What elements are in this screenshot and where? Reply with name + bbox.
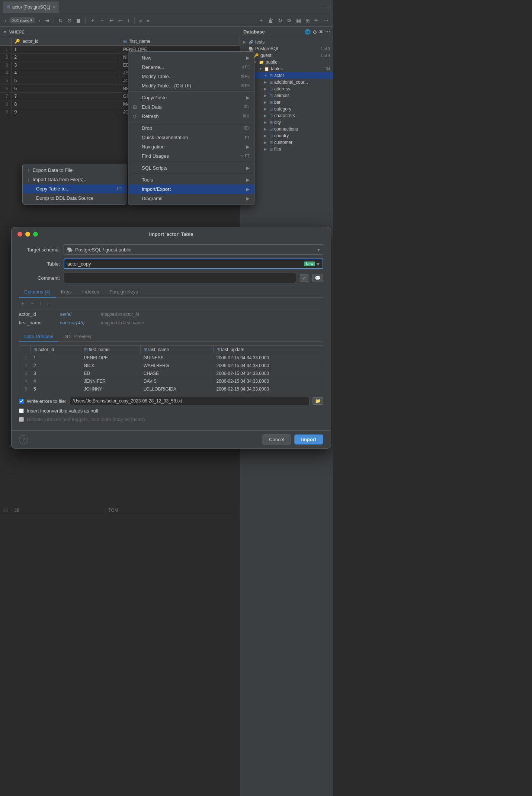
- close-btn-traffic[interactable]: [17, 232, 22, 237]
- db-tree-item[interactable]: 🐘 PostgreSQL 1 of 3: [240, 45, 333, 52]
- sub-menu-item[interactable]: Dump to DDL Data Source: [23, 193, 126, 203]
- insert-null-checkbox[interactable]: [19, 408, 24, 413]
- row-num: 38: [0, 507, 11, 514]
- menu-arrow: ▶: [246, 144, 250, 150]
- cancel-btn[interactable]: Cancel: [262, 434, 291, 444]
- stop-btn[interactable]: ◼: [75, 17, 82, 24]
- import-btn[interactable]: Import: [294, 434, 323, 444]
- nav-forward-btn[interactable]: ›: [37, 17, 42, 24]
- close-panel-btn[interactable]: ✕: [319, 29, 323, 35]
- refresh-btn[interactable]: ↻: [57, 17, 64, 24]
- view-db-btn[interactable]: ⊞: [304, 16, 311, 25]
- undo-btn[interactable]: ↩: [108, 17, 115, 24]
- sub-menu-item[interactable]: Copy Table to... F5: [23, 184, 126, 193]
- tab-actor[interactable]: ⊞ actor [PostgreSQL] ✕: [3, 1, 59, 13]
- tab-close[interactable]: ✕: [52, 5, 55, 9]
- preview-tab[interactable]: Data Preview: [19, 331, 58, 342]
- dialog-tab[interactable]: Foreign Keys: [104, 287, 143, 298]
- filter-db-btn[interactable]: ▦: [295, 16, 302, 25]
- pg-icon: 🐘: [67, 247, 73, 253]
- add-col-btn[interactable]: ＋: [19, 300, 26, 307]
- context-menu-item[interactable]: Copy/Paste ▶: [128, 93, 254, 102]
- row-count[interactable]: 201 rows ▾: [9, 17, 36, 23]
- context-menu-item[interactable]: Rename... ⇧F6: [128, 62, 254, 72]
- context-menu-item[interactable]: Quick Documentation F1: [128, 133, 254, 142]
- add-row-btn[interactable]: ＋: [89, 16, 97, 25]
- cell-actor-id: 4: [11, 69, 120, 77]
- context-menu-item[interactable]: Drop ⌦: [128, 123, 254, 133]
- expand-comment-btn[interactable]: ⤢: [300, 274, 308, 282]
- context-menu-item[interactable]: New ▶: [128, 53, 254, 62]
- dialog-tab[interactable]: Indexes: [77, 287, 105, 298]
- comment-icon-btn[interactable]: 💬: [312, 274, 323, 282]
- revert-btn[interactable]: ⤺: [117, 17, 124, 24]
- disable-indexes-checkbox[interactable]: [19, 417, 24, 422]
- help-btn[interactable]: ?: [19, 435, 28, 444]
- nav-end-btn[interactable]: ⇥: [43, 17, 51, 24]
- dialog-tab[interactable]: Columns (4): [19, 287, 56, 298]
- preview-th[interactable]: ⊞first_name: [81, 346, 140, 354]
- preview-cell-last-update: 2006-02-15 04:34:33.0000: [213, 378, 323, 385]
- context-menu-item[interactable]: ⊞ Edit Data ⌘↓: [128, 102, 254, 112]
- jump-right-btn[interactable]: »: [145, 17, 151, 24]
- tree-item-label: customer: [274, 140, 292, 145]
- col-row-type: varchar(45): [60, 320, 97, 325]
- sub-menu-item[interactable]: ↑ Export Data to File: [23, 166, 126, 175]
- comment-label: Comment:: [19, 275, 60, 281]
- maximize-btn-traffic[interactable]: [33, 232, 38, 237]
- context-menu-item[interactable]: Modify Table... (Old UI) ⌘F6: [128, 81, 254, 90]
- write-errors-path[interactable]: [69, 397, 310, 405]
- preview-tab[interactable]: DDL Preview: [58, 331, 96, 342]
- sub-menu-item[interactable]: ↓ Import Data from File(s)...: [23, 175, 126, 184]
- col-header-actor-id[interactable]: 🔑 actor_id: [11, 37, 120, 46]
- history-btn[interactable]: ⊙: [66, 17, 73, 24]
- preview-th[interactable]: ⊞last_name: [140, 346, 213, 354]
- db-tree-item[interactable]: ▶ 🔗 tests: [240, 39, 333, 45]
- comment-input[interactable]: [64, 273, 296, 283]
- preview-th[interactable]: ⊞last_update: [213, 346, 323, 354]
- context-menu-item[interactable]: Modify Table... ⌘F6: [128, 72, 254, 81]
- edit-db-btn[interactable]: ✏: [313, 16, 320, 25]
- remove-col-btn[interactable]: －: [29, 300, 36, 307]
- browse-btn[interactable]: 📁: [313, 397, 323, 405]
- target-schema-select[interactable]: 🐘 PostgreSQL / guest.public ▾: [64, 244, 323, 255]
- tree-item-icon: ⊞: [269, 140, 273, 145]
- cell-actor-id: 1: [11, 46, 120, 54]
- jump-left-btn[interactable]: «: [138, 17, 144, 24]
- sync-db-btn[interactable]: ↻: [276, 16, 284, 25]
- move-down-btn[interactable]: ↓: [45, 300, 50, 307]
- sub-menu-icon: ↓: [27, 177, 30, 182]
- remove-row-btn[interactable]: －: [98, 16, 106, 25]
- more-panel-btn[interactable]: ⋯: [325, 29, 330, 35]
- sub-menu-icon: ↑: [27, 167, 30, 173]
- preview-th[interactable]: ⊞actor_id: [31, 346, 81, 354]
- more-db-btn[interactable]: ⋯: [322, 16, 330, 25]
- menu-item-label: Diagrams: [142, 196, 163, 201]
- context-menu-item[interactable]: Find Usages ⌥F7: [128, 151, 254, 161]
- sub-menu-label: Copy Table to...: [36, 186, 70, 192]
- preview-cell-actor-id: 3: [31, 370, 81, 378]
- tree-item-icon: ⊞: [269, 120, 273, 125]
- write-errors-checkbox[interactable]: [19, 399, 24, 404]
- context-menu-item[interactable]: SQL Scripts ▶: [128, 163, 254, 173]
- dialog-tab[interactable]: Keys: [56, 287, 77, 298]
- nav-back-btn[interactable]: ‹: [3, 17, 8, 24]
- minimize-btn-traffic[interactable]: [25, 232, 30, 237]
- context-menu-item[interactable]: Diagrams ▶: [128, 194, 254, 203]
- submit-btn[interactable]: ↑: [126, 17, 131, 24]
- tree-item-label: actor: [274, 73, 284, 78]
- table-dropdown-arrow[interactable]: ▾: [317, 260, 320, 267]
- context-menu-item[interactable]: ↺ Refresh ⌘R: [128, 112, 254, 121]
- col-header-first-name[interactable]: ⊞ first_name: [120, 37, 240, 46]
- context-menu-item[interactable]: Navigation ▶: [128, 142, 254, 151]
- context-menu-item[interactable]: Tools ▶: [128, 175, 254, 184]
- tab-more-btn[interactable]: ⋯: [324, 3, 330, 10]
- table-input[interactable]: [67, 261, 304, 267]
- settings-db-btn[interactable]: ⚙: [285, 16, 293, 25]
- add-db-btn[interactable]: ＋: [257, 16, 265, 25]
- col-row-mapped: mapped to first_name: [101, 320, 144, 325]
- menu-item-label: Quick Documentation: [142, 135, 188, 140]
- delete-db-btn[interactable]: 🗑: [267, 16, 275, 25]
- move-up-btn[interactable]: ↑: [38, 300, 43, 307]
- context-menu-item[interactable]: Import/Export ▶: [128, 184, 254, 194]
